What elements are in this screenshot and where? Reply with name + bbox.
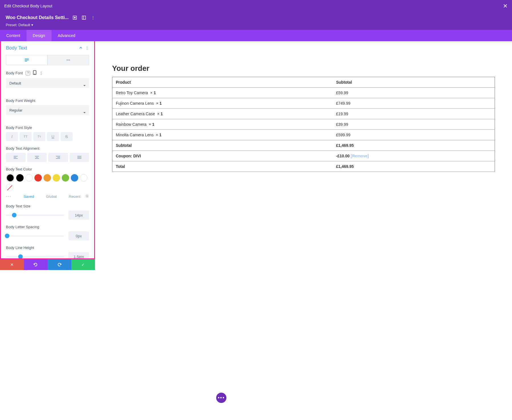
text-size-input[interactable]: [69, 211, 89, 220]
label-body-font: Body Font ? ⋮: [6, 70, 89, 76]
table-row: Fujinon Camera Lens × 1£749.99: [112, 98, 495, 109]
settings-panel: Body Text ⋮ Body Font ?: [0, 41, 95, 259]
line-height-input[interactable]: [69, 252, 89, 259]
layout-icon[interactable]: [81, 15, 87, 20]
modal-title: Edit Checkout Body Layout: [4, 4, 52, 8]
color-swatches: [6, 174, 89, 191]
underline-button[interactable]: U: [47, 132, 59, 141]
device-icon[interactable]: [33, 70, 36, 76]
preset-selector[interactable]: Preset: Default ▾: [6, 23, 506, 30]
order-heading: Your order: [112, 64, 495, 73]
swatch-white-2[interactable]: [80, 174, 87, 182]
coupon-label: Coupon: DIVI: [112, 151, 333, 161]
subtab-text[interactable]: [6, 55, 48, 65]
col-subtotal: Subtotal: [333, 77, 495, 88]
order-table: Product Subtotal Retro Toy Camera × 1£59…: [112, 77, 495, 172]
label-font-style: Body Font Style: [6, 125, 89, 130]
table-row: Leather Camera Case × 1£19.99: [112, 109, 495, 119]
align-right-button[interactable]: [48, 153, 68, 162]
svg-point-8: [35, 74, 35, 74]
subtotal-label: Subtotal: [112, 140, 333, 151]
product-cell: Minolta Camera Lens × 1: [112, 130, 333, 140]
subtab-link[interactable]: [48, 55, 89, 65]
col-product: Product: [112, 77, 333, 88]
text-link-subtabs: [6, 55, 89, 65]
section-toggle-body-text[interactable]: Body Text ⋮: [1, 41, 94, 55]
palette-more-icon[interactable]: •••: [6, 194, 12, 199]
product-cell: Leather Camera Case × 1: [112, 109, 333, 119]
uppercase-button[interactable]: TT: [20, 132, 32, 141]
table-row: Retro Toy Camera × 1£59.99: [112, 88, 495, 98]
redo-button[interactable]: [48, 259, 71, 270]
text-size-slider[interactable]: [6, 215, 64, 216]
product-cell: Fujinon Camera Lens × 1: [112, 98, 333, 109]
help-icon[interactable]: ?: [26, 71, 30, 75]
label-alignment: Body Text Alignment: [6, 146, 89, 151]
swatch-orange[interactable]: [44, 174, 51, 182]
chevron-up-icon: [79, 46, 83, 51]
label-text-size: Body Text Size: [6, 204, 89, 208]
tab-design[interactable]: Design: [26, 30, 51, 41]
price-cell: £39.99: [333, 119, 495, 130]
swatch-white[interactable]: [25, 174, 33, 182]
chevron-down-icon: ▾: [31, 23, 33, 27]
body-font-select[interactable]: Default: [6, 78, 89, 88]
field-options-icon[interactable]: ⋮: [39, 71, 43, 75]
more-options-icon[interactable]: ⋮: [90, 15, 96, 20]
alignment-buttons: [6, 153, 89, 162]
product-cell: Retro Toy Camera × 1: [112, 88, 333, 98]
swatch-green[interactable]: [62, 174, 69, 182]
swatch-black[interactable]: [16, 174, 24, 182]
align-justify-button[interactable]: [70, 153, 89, 162]
color-picker-button[interactable]: [6, 174, 15, 182]
remove-coupon-link[interactable]: [Remove]: [351, 154, 369, 158]
table-row: Rainbow Camera × 1£39.99: [112, 119, 495, 130]
svg-point-1: [74, 17, 75, 18]
letter-spacing-input[interactable]: [69, 231, 89, 240]
label-text-color: Body Text Color: [6, 167, 89, 171]
font-weight-select[interactable]: Regular: [6, 105, 89, 115]
price-cell: £59.99: [333, 88, 495, 98]
price-cell: £749.99: [333, 98, 495, 109]
undo-button[interactable]: [24, 259, 48, 270]
align-left-button[interactable]: [6, 153, 26, 162]
tab-content[interactable]: Content: [0, 30, 26, 41]
align-center-button[interactable]: [27, 153, 47, 162]
svg-rect-2: [82, 16, 86, 19]
settings-tabs: Content Design Advanced: [0, 30, 512, 41]
preview-canvas: Your order Product Subtotal Retro Toy Ca…: [95, 41, 512, 259]
palette-tab-recent[interactable]: Recent: [69, 194, 80, 199]
label-font-weight: Body Font Weight: [6, 98, 89, 103]
save-button[interactable]: ✓: [71, 259, 95, 270]
total-label: Total: [112, 161, 333, 172]
cancel-button[interactable]: ✕: [0, 259, 24, 270]
price-cell: £19.99: [333, 109, 495, 119]
tab-advanced[interactable]: Advanced: [51, 30, 82, 41]
swatch-red[interactable]: [34, 174, 42, 182]
palette-tab-saved[interactable]: Saved: [24, 194, 34, 199]
palette-settings-icon[interactable]: [85, 194, 89, 199]
label-letter-spacing: Body Letter Spacing: [6, 225, 89, 229]
section-title: Body Text: [6, 45, 27, 51]
letter-spacing-slider[interactable]: [6, 235, 64, 237]
strikethrough-button[interactable]: S: [61, 132, 73, 141]
swatch-none[interactable]: [6, 184, 13, 191]
product-cell: Rainbow Camera × 1: [112, 119, 333, 130]
palette-tabs: ••• Saved Global Recent: [6, 194, 89, 199]
coupon-value: -£10.00 [Remove]: [333, 151, 495, 161]
svg-point-21: [86, 195, 88, 197]
action-bar: ✕ ✓: [0, 259, 95, 270]
module-header: Woo Checkout Details Setti... ⋮ Preset: …: [0, 12, 512, 30]
expand-icon[interactable]: [72, 15, 78, 20]
palette-tab-global[interactable]: Global: [46, 194, 57, 199]
total-value: £1,469.95: [333, 161, 495, 172]
italic-button[interactable]: I: [6, 132, 18, 141]
line-height-slider[interactable]: [6, 256, 64, 258]
smallcaps-button[interactable]: TT: [33, 132, 45, 141]
section-options-icon[interactable]: ⋮: [85, 46, 89, 50]
module-title: Woo Checkout Details Setti...: [6, 15, 69, 20]
swatch-yellow[interactable]: [53, 174, 60, 182]
close-icon[interactable]: ✕: [503, 3, 508, 9]
table-row: Minolta Camera Lens × 1£599.99: [112, 130, 495, 140]
swatch-blue[interactable]: [71, 174, 78, 182]
